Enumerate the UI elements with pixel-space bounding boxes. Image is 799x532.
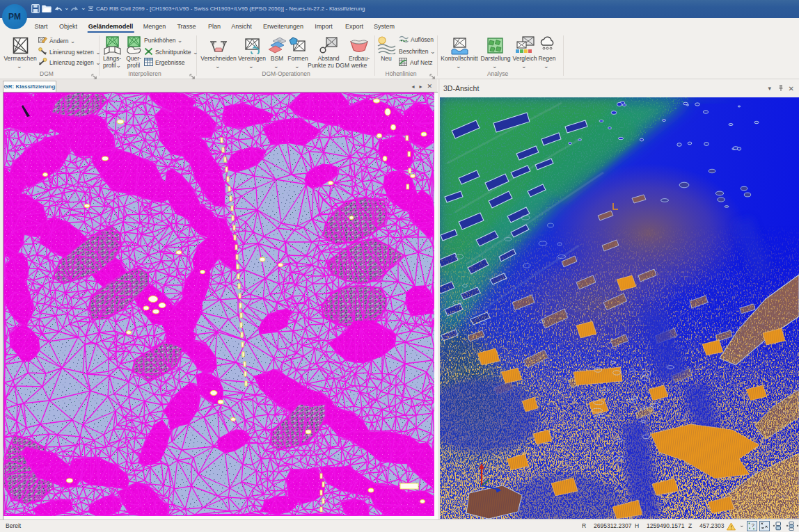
svg-text:?: ? — [752, 522, 755, 529]
